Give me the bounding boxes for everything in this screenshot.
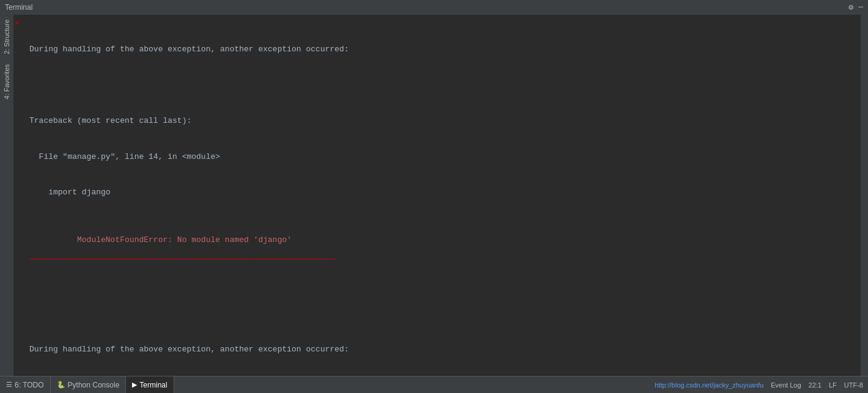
tab-python-console[interactable]: 🐍 Python Console — [51, 376, 127, 393]
terminal-area[interactable]: During handling of the above exception, … — [24, 15, 861, 376]
line-3: Traceback (most recent call last): — [29, 115, 856, 127]
terminal-icon: ▶ — [132, 381, 137, 389]
title-bar-text: Terminal — [5, 3, 32, 12]
title-bar-icons: ⚙ — — [848, 2, 863, 12]
tab-python-label: Python Console — [68, 381, 120, 389]
line-4: File "manage.py", line 14, in <module> — [29, 151, 856, 163]
sidebar-item-favorites[interactable]: 4: Favorites — [2, 59, 12, 104]
line-empty-1 — [29, 79, 856, 92]
line-error-1: ModuleNotFoundError: No module named 'dj… — [77, 235, 292, 244]
status-url[interactable]: http://blog.csdn.net/jacky_zhuyuanfu — [655, 381, 763, 389]
tab-todo[interactable]: ☰ 6: TODO — [0, 376, 51, 393]
terminal-wrapper: ✕ During handling of the above exception… — [13, 15, 861, 376]
minimize-icon[interactable]: — — [858, 2, 863, 12]
sidebar-item-structure[interactable]: 2: Structure — [2, 15, 12, 59]
tab-terminal[interactable]: ▶ Terminal — [126, 376, 174, 393]
status-tabs: ☰ 6: TODO 🐍 Python Console ▶ Terminal — [0, 376, 174, 393]
status-position: 22:1 — [809, 381, 822, 389]
status-right: http://blog.csdn.net/jacky_zhuyuanfu Eve… — [655, 381, 868, 389]
title-bar: Terminal ⚙ — — [0, 0, 868, 15]
status-encoding: UTF-8 — [844, 381, 863, 389]
main-layout: 2: Structure 4: Favorites ✕ During handl… — [0, 15, 868, 376]
line-error-1-container: ModuleNotFoundError: No module named 'dj… — [29, 222, 856, 284]
right-panel — [861, 15, 868, 376]
tab-terminal-label: Terminal — [139, 381, 167, 389]
status-event-log[interactable]: Event Log — [771, 381, 801, 389]
todo-icon: ☰ — [6, 381, 12, 389]
terminal-content: During handling of the above exception, … — [24, 17, 861, 376]
left-panel: 2: Structure 4: Favorites — [0, 15, 13, 376]
tab-todo-label: 6: TODO — [15, 381, 44, 389]
line-8: During handling of the above exception, … — [29, 343, 856, 356]
url-link[interactable]: http://blog.csdn.net/jacky_zhuyuanfu — [655, 381, 763, 389]
status-line-ending: LF — [829, 381, 837, 389]
line-1: During handling of the above exception, … — [29, 43, 856, 56]
squiggly-1 — [29, 259, 335, 260]
status-bar: ☰ 6: TODO 🐍 Python Console ▶ Terminal ht… — [0, 376, 868, 393]
left-markers: ✕ — [13, 15, 24, 376]
line-5: import django — [29, 186, 856, 199]
line-empty-2 — [29, 307, 856, 320]
python-icon: 🐍 — [57, 381, 65, 389]
error-marker: ✕ — [15, 17, 20, 29]
settings-icon[interactable]: ⚙ — [848, 2, 853, 12]
